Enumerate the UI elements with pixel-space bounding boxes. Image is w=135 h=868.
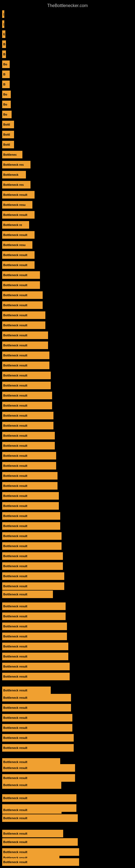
- bar-item-72: Bottleneck result: [2, 724, 72, 732]
- bar-label-5: B: [3, 53, 5, 56]
- bar-item-13: Bottl: [2, 131, 14, 138]
- bar-label-39: Bottleneck result: [3, 394, 27, 397]
- bar-label-1: |: [3, 12, 4, 16]
- bar-item-33: Bottleneck result: [2, 332, 48, 339]
- bar-label-31: Bottleneck result: [3, 314, 27, 317]
- bar-label-82: Bottleneck result: [3, 816, 27, 820]
- bar-item-19: Bottleneck result: [2, 191, 35, 198]
- bar-item-77: Bottleneck result: [2, 774, 75, 782]
- bar-item-51: Bottleneck result: [2, 512, 60, 520]
- bar-item-5: B: [2, 51, 6, 58]
- bar-item-70: Bottleneck result: [2, 704, 71, 712]
- bar-item-24: Bottleneck resu: [2, 241, 32, 249]
- bar-item-64: Bottleneck result: [2, 643, 68, 650]
- bar-label-67: Bottleneck result: [3, 675, 27, 678]
- bar-label-69: Bottleneck result: [3, 696, 27, 699]
- bar-item-59: Bottleneck result: [2, 590, 53, 598]
- bar-label-6: Bo: [3, 63, 7, 66]
- bar-item-35: Bottleneck result: [2, 351, 49, 359]
- bar-label-36: Bottleneck result: [3, 364, 27, 367]
- bar-item-63: Bottleneck result: [2, 632, 67, 640]
- bar-label-4: B: [3, 42, 5, 46]
- bar-item-4: B: [2, 40, 6, 48]
- bar-label-25: Bottleneck result: [3, 253, 27, 257]
- bar-label-14: Bottl: [3, 143, 10, 146]
- bar-item-83: Bottleneck result: [2, 830, 63, 837]
- bar-item-65: Bottleneck result: [2, 653, 68, 660]
- bar-item-73: Bottleneck result: [2, 734, 74, 742]
- bar-item-29: Bottleneck result: [2, 291, 43, 299]
- bar-label-17: Bottleneck: [3, 173, 18, 176]
- bar-label-59: Bottleneck result: [3, 593, 27, 596]
- bar-label-61: Bottleneck result: [3, 615, 27, 618]
- bar-item-48: Bottleneck result: [2, 482, 57, 490]
- bar-label-62: Bottleneck result: [3, 625, 27, 628]
- bar-label-81: Bottleneck result: [3, 808, 27, 812]
- bar-label-37: Bottleneck result: [3, 374, 27, 377]
- bar-item-52: Bottleneck result: [2, 522, 60, 530]
- bar-label-28: Bottleneck result: [3, 283, 27, 287]
- bar-item-40: Bottleneck result: [2, 402, 52, 409]
- bar-item-56: Bottleneck result: [2, 562, 63, 570]
- bar-label-60: Bottleneck result: [3, 604, 27, 608]
- bar-item-41: Bottleneck result: [2, 412, 53, 420]
- bar-item-16: Bottleneck res: [2, 161, 31, 168]
- bar-label-48: Bottleneck result: [3, 484, 27, 488]
- bar-label-56: Bottleneck result: [3, 564, 27, 568]
- bar-label-52: Bottleneck result: [3, 524, 27, 528]
- bar-label-8: B: [3, 83, 5, 86]
- bar-label-74: Bottleneck result: [3, 746, 27, 749]
- bar-label-32: Bottleneck result: [3, 323, 27, 327]
- bar-label-72: Bottleneck result: [3, 726, 27, 730]
- bar-label-78: Bottleneck result: [3, 783, 27, 786]
- bar-item-78: Bottleneck result: [2, 781, 61, 789]
- bar-item-15: Bottlenec: [2, 151, 22, 158]
- bar-label-34: Bottleneck result: [3, 344, 27, 347]
- bar-label-68: Bottleneck result: [3, 689, 27, 692]
- bar-item-30: Bottleneck result: [2, 301, 43, 309]
- bar-label-44: Bottleneck result: [3, 444, 27, 447]
- bar-item-82: Bottleneck result: [2, 814, 78, 822]
- bar-label-43: Bottleneck result: [3, 434, 27, 437]
- bar-label-2: |: [3, 23, 4, 26]
- bar-item-38: Bottleneck result: [2, 382, 51, 389]
- bar-label-49: Bottleneck result: [3, 494, 27, 497]
- bar-item-79: Bottleneck result: [2, 794, 77, 802]
- bar-item-47: Bottleneck result: [2, 472, 57, 479]
- bar-item-71: Bottleneck result: [2, 714, 72, 721]
- bar-label-41: Bottleneck result: [3, 414, 27, 417]
- bar-label-11: Bo: [3, 113, 7, 116]
- bar-item-2: |: [2, 20, 4, 28]
- bar-item-1: |: [2, 10, 4, 18]
- bar-item-68: Bottleneck result: [2, 686, 51, 694]
- bar-item-42: Bottleneck result: [2, 422, 53, 429]
- bar-item-46: Bottleneck result: [2, 462, 56, 469]
- bar-item-6: Bo: [2, 61, 10, 68]
- bar-label-53: Bottleneck result: [3, 534, 27, 538]
- bar-label-57: Bottleneck result: [3, 575, 27, 578]
- bar-label-7: B: [3, 73, 5, 76]
- bar-label-51: Bottleneck result: [3, 514, 27, 518]
- bar-label-54: Bottleneck result: [3, 545, 27, 548]
- bar-label-19: Bottleneck result: [3, 193, 27, 196]
- bar-label-73: Bottleneck result: [3, 736, 27, 739]
- bar-label-76: Bottleneck result: [3, 766, 27, 770]
- bar-item-26: Bottleneck result: [2, 261, 35, 269]
- bar-label-35: Bottleneck result: [3, 354, 27, 357]
- bar-item-61: Bottleneck result: [2, 613, 65, 620]
- bar-label-40: Bottleneck result: [3, 404, 27, 407]
- bar-item-58: Bottleneck result: [2, 582, 64, 590]
- bar-item-28: Bottleneck result: [2, 281, 40, 289]
- bar-item-43: Bottleneck result: [2, 432, 55, 439]
- bar-label-66: Bottleneck result: [3, 665, 27, 668]
- bar-item-66: Bottleneck result: [2, 663, 70, 670]
- bar-label-85: Bottleneck result: [3, 850, 27, 854]
- bar-item-17: Bottleneck: [2, 171, 26, 179]
- bar-item-25: Bottleneck result: [2, 251, 35, 259]
- bar-item-39: Bottleneck result: [2, 392, 52, 399]
- bar-label-26: Bottleneck result: [3, 264, 27, 267]
- bar-label-42: Bottleneck result: [3, 424, 27, 427]
- bar-item-14: Bottl: [2, 141, 14, 148]
- bar-label-46: Bottleneck result: [3, 464, 27, 467]
- bar-label-3: E: [3, 33, 5, 36]
